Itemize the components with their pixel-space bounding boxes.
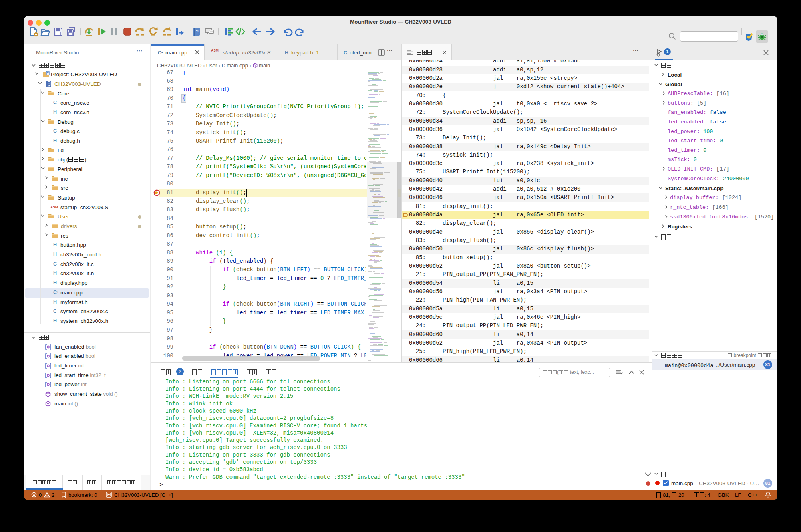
svg-text:?: ? xyxy=(195,29,198,35)
